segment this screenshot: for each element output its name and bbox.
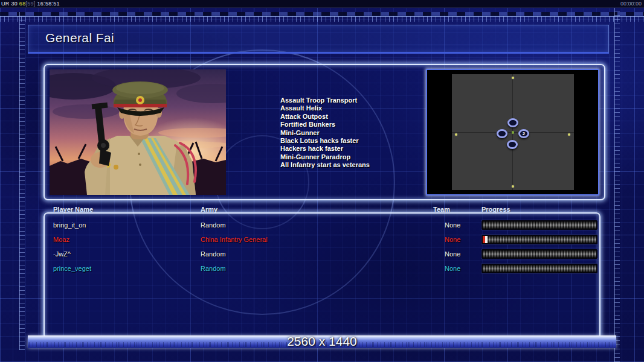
ruler-left bbox=[19, 12, 25, 350]
progress-bar bbox=[481, 264, 597, 273]
header-panel: General Fai bbox=[28, 25, 609, 54]
player-name: -JwZ^ bbox=[53, 250, 71, 258]
ruler-dashes-top bbox=[0, 12, 644, 16]
ruler-top bbox=[0, 16, 644, 22]
player-army: Random bbox=[201, 221, 226, 229]
progress-bar bbox=[481, 235, 597, 244]
player-team: None bbox=[445, 265, 460, 272]
minimap-center-marker bbox=[512, 131, 514, 134]
abilities-list: Assault Troop Transport Assault Helix At… bbox=[280, 97, 370, 170]
progress-bar bbox=[481, 249, 597, 259]
status-app: UR 30 bbox=[1, 1, 18, 7]
ability-item: Fortified Bunkers bbox=[280, 121, 370, 129]
general-portrait-illustration bbox=[50, 69, 226, 195]
minimap: 2 bbox=[426, 69, 599, 195]
loading-screen: UR 30 68[59] 16:58:51 00:00:00 General F… bbox=[0, 0, 644, 362]
player-team: None bbox=[445, 236, 460, 243]
player-name: Moaz bbox=[53, 236, 69, 243]
ability-item: Attack Outpost bbox=[280, 113, 370, 121]
progress-bar bbox=[481, 220, 597, 230]
ability-item: All Infantry start as veterans bbox=[280, 161, 370, 169]
start-position-number: 2 bbox=[520, 131, 527, 137]
progress-shade bbox=[483, 221, 596, 229]
start-position-ring bbox=[507, 118, 518, 127]
game-timer: 00:00:00 bbox=[620, 0, 642, 7]
progress-shade bbox=[483, 250, 596, 258]
start-position-ring bbox=[497, 129, 507, 138]
minimap-marker bbox=[568, 133, 570, 136]
player-row: -JwZ^ Random None bbox=[43, 247, 598, 262]
player-name: bring_it_on bbox=[53, 221, 86, 229]
status-bar: UR 30 68[59] 16:58:51 00:00:00 bbox=[0, 0, 644, 8]
player-row: Moaz China Infantry General None bbox=[43, 233, 598, 247]
player-team: None bbox=[445, 221, 460, 229]
status-fps-alt: [59] bbox=[25, 1, 35, 7]
player-army: Random bbox=[201, 250, 226, 258]
minimap-terrain: 2 bbox=[452, 74, 574, 190]
ability-item: Mini-Gunner Paradrop bbox=[280, 153, 370, 161]
page-title: General Fai bbox=[45, 31, 114, 45]
player-name: prince_veget bbox=[53, 265, 91, 272]
ability-item: Mini-Gunner bbox=[280, 129, 370, 137]
start-position-ring-2: 2 bbox=[518, 129, 529, 138]
general-portrait bbox=[50, 69, 226, 195]
minimap-marker bbox=[455, 133, 457, 136]
ability-item: Assault Helix bbox=[280, 104, 370, 112]
player-row: prince_veget Random None bbox=[43, 262, 598, 276]
ability-item: Black Lotus hacks faster bbox=[280, 137, 370, 145]
status-fps: 68 bbox=[19, 1, 26, 7]
player-army: China Infantry General bbox=[201, 236, 268, 243]
resolution-label: 2560 x 1440 bbox=[28, 334, 616, 349]
general-panel: Assault Troop Transport Assault Helix At… bbox=[43, 64, 605, 200]
ability-item: Hackers hack faster bbox=[280, 145, 370, 153]
status-clock: 16:58:51 bbox=[37, 1, 59, 7]
player-team: None bbox=[445, 250, 460, 258]
player-row: bring_it_on Random None bbox=[43, 218, 598, 233]
status-left: UR 30 68[59] 16:58:51 bbox=[1, 0, 60, 7]
progress-shade bbox=[483, 236, 596, 243]
progress-start bbox=[483, 236, 488, 243]
ability-item: Assault Troop Transport bbox=[280, 97, 370, 104]
minimap-marker bbox=[512, 185, 514, 188]
bottom-band: 2560 x 1440 bbox=[28, 335, 616, 348]
ruler-right bbox=[614, 7, 620, 362]
start-position-ring bbox=[507, 140, 518, 149]
minimap-marker bbox=[512, 77, 514, 79]
progress-shade bbox=[483, 265, 596, 272]
player-army: Random bbox=[201, 265, 226, 272]
